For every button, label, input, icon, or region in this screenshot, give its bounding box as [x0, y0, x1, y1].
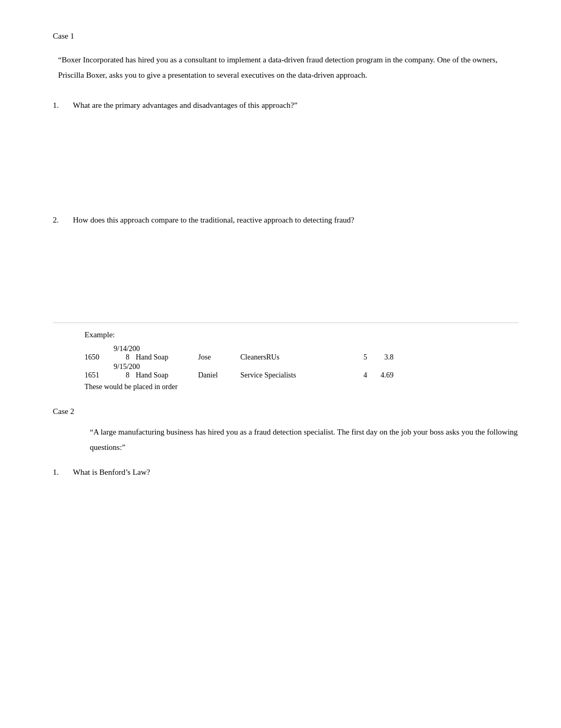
page-container: Case 1 “Boxer Incorporated has hired you… [0, 0, 561, 517]
row1-product: Hand Soap [129, 353, 198, 362]
example-note: These would be placed in order [85, 383, 519, 391]
answer-area-1 [53, 118, 519, 213]
row1-id: 1650 [85, 353, 114, 362]
question-1: 1. What are the primary advantages and d… [53, 98, 519, 113]
row2-qty: 4 [346, 371, 367, 380]
case2-question-1-text: What is Benford’s Law? [73, 465, 150, 480]
case2-description: “A large manufacturing business has hire… [53, 425, 519, 455]
case2-section: Case 2 “A large manufacturing business h… [53, 407, 519, 480]
row1-num: 8 [114, 353, 129, 362]
table-row-1: 9/14/200 1650 8 Hand Soap Jose CleanersR… [85, 345, 519, 362]
row1-price: 3.8 [367, 353, 394, 362]
question-1-text: What are the primary advantages and disa… [73, 98, 297, 113]
row2-company: Service Specialists [240, 371, 346, 380]
row2-price: 4.69 [367, 371, 394, 380]
answer-area-2 [53, 233, 519, 317]
row1-name: Jose [198, 353, 240, 362]
example-section: Example: 9/14/200 1650 8 Hand Soap Jose … [53, 322, 519, 391]
case2-question-1: 1. What is Benford’s Law? [53, 465, 519, 480]
case2-title: Case 2 [53, 407, 519, 416]
example-table: 9/14/200 1650 8 Hand Soap Jose CleanersR… [85, 345, 519, 391]
row1-date: 9/14/200 [114, 345, 140, 353]
example-label: Example: [85, 330, 519, 339]
row2-product: Hand Soap [129, 371, 198, 380]
row2-date: 9/15/200 [114, 363, 140, 371]
question-2-text: How does this approach compare to the tr… [73, 213, 354, 227]
row2-num: 8 [114, 371, 129, 380]
row2-id: 1651 [85, 371, 114, 380]
question-2: 2. How does this approach compare to the… [53, 213, 519, 227]
row1-company: CleanersRUs [240, 353, 346, 362]
case1-description: “Boxer Incorporated has hired you as a c… [53, 52, 519, 82]
case1-title: Case 1 [53, 32, 519, 41]
question-1-number: 1. [53, 98, 69, 113]
case2-question-1-number: 1. [53, 465, 69, 480]
question-2-number: 2. [53, 213, 69, 227]
table-row-2: 9/15/200 1651 8 Hand Soap Daniel Service… [85, 363, 519, 380]
row2-name: Daniel [198, 371, 240, 380]
row1-qty: 5 [346, 353, 367, 362]
